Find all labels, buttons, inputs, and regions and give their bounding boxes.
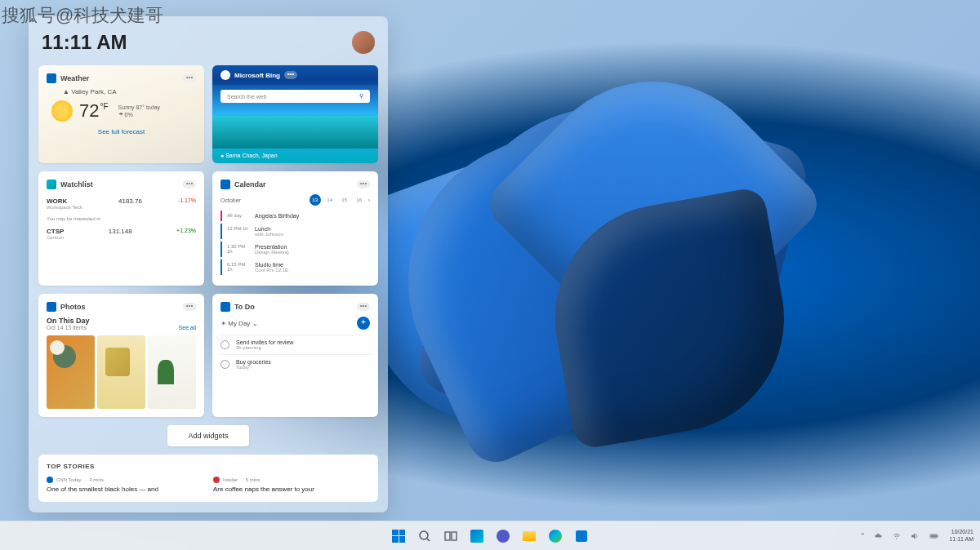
bing-icon xyxy=(220,70,230,80)
calendar-day[interactable]: 16 xyxy=(354,194,365,206)
store-button[interactable] xyxy=(570,525,593,548)
stock-suggestion: You may be interested in xyxy=(47,216,196,221)
weather-location: ▲ Valley Park, CA xyxy=(63,88,196,95)
calendar-day[interactable]: 15 xyxy=(339,194,350,206)
svg-rect-2 xyxy=(445,532,450,540)
svg-line-1 xyxy=(427,539,430,541)
todo-icon xyxy=(220,302,230,312)
checkbox[interactable] xyxy=(220,360,229,369)
more-icon[interactable]: ••• xyxy=(284,71,297,79)
see-all-link[interactable]: See all xyxy=(179,325,196,330)
bing-location: ● Sama Chach, Japan xyxy=(220,153,278,158)
sun-icon xyxy=(51,100,73,122)
search-icon: ⚲ xyxy=(359,93,363,100)
stories-heading: TOP STORIES xyxy=(47,463,370,470)
todo-item[interactable]: Send invites for review3h planning xyxy=(220,335,370,354)
task-view-button[interactable] xyxy=(439,525,462,548)
source-icon xyxy=(47,477,53,483)
chevron-right-icon[interactable]: › xyxy=(368,197,370,203)
news-story[interactable]: Insider · 5 mins Are coffee naps the ans… xyxy=(213,477,370,494)
more-icon[interactable]: ••• xyxy=(357,180,370,189)
more-icon[interactable]: ••• xyxy=(183,180,196,189)
battery-icon[interactable] xyxy=(928,531,941,541)
edge-button[interactable] xyxy=(544,525,567,548)
stocks-icon xyxy=(47,180,56,189)
panel-clock: 11:11 AM xyxy=(42,31,127,54)
svg-rect-7 xyxy=(931,534,938,537)
bing-title: Microsoft Bing xyxy=(234,72,280,79)
more-icon[interactable]: ••• xyxy=(183,303,196,311)
calendar-title: Calendar xyxy=(234,180,353,189)
chat-button[interactable] xyxy=(492,525,514,548)
photo-thumbnail[interactable] xyxy=(97,335,145,409)
widgets-button[interactable] xyxy=(466,525,488,548)
source-icon xyxy=(213,477,220,483)
top-stories-section: TOP STORIES CNN Today · 3 mins One of th… xyxy=(38,455,378,502)
start-button[interactable] xyxy=(387,525,410,548)
weather-title: Weather xyxy=(60,74,179,82)
photos-icon xyxy=(47,302,56,312)
svg-rect-6 xyxy=(938,535,938,537)
taskbar: ⌃ 10/20/21 11:11 AM xyxy=(0,521,980,550)
stock-row[interactable]: CTSPCentron 131.148 +1.23% xyxy=(47,224,196,243)
bing-search-box[interactable]: Search the web ⚲ xyxy=(220,90,370,103)
add-widgets-button[interactable]: Add widgets xyxy=(167,425,249,446)
weather-precip: ☂ 0% xyxy=(118,111,160,118)
stock-row[interactable]: WORKWorkspace Tech 4183.76 -1.17% xyxy=(47,194,196,213)
temperature: 72°F xyxy=(79,100,109,122)
bing-widget[interactable]: Microsoft Bing ••• Search the web ⚲ ● Sa… xyxy=(212,65,378,163)
todo-item[interactable]: Buy groceriesToday xyxy=(220,354,370,374)
volume-icon[interactable] xyxy=(910,531,920,541)
taskbar-clock[interactable]: 10/20/21 11:11 AM xyxy=(949,529,973,543)
watermark-text: 搜狐号@科技犬建哥 xyxy=(2,3,163,28)
weather-icon xyxy=(47,73,56,83)
search-button[interactable] xyxy=(413,525,436,548)
wifi-icon[interactable] xyxy=(892,531,902,541)
onedrive-icon[interactable] xyxy=(874,531,884,541)
calendar-event[interactable]: 1:30 PM 1hPresentationDesign Meeting xyxy=(220,242,370,257)
calendar-icon xyxy=(220,180,230,189)
add-task-button[interactable]: + xyxy=(357,317,370,330)
checkbox[interactable] xyxy=(220,340,229,349)
photo-thumbnail[interactable] xyxy=(148,335,196,409)
widgets-panel: 11:11 AM Weather ••• ▲ Valley Park, CA 7… xyxy=(29,16,388,512)
file-explorer-button[interactable] xyxy=(518,525,541,548)
calendar-event[interactable]: All dayAngela's Birthday xyxy=(220,211,370,221)
stocks-title: Watchlist xyxy=(60,180,179,189)
todo-list-selector[interactable]: ☀ My Day ⌄ xyxy=(220,320,258,327)
calendar-event[interactable]: 12 PM 1hLunchwith Johnson xyxy=(220,224,370,239)
svg-point-4 xyxy=(897,538,898,539)
photos-widget[interactable]: Photos ••• On This Day Oct 14 13 items S… xyxy=(38,294,204,417)
calendar-widget[interactable]: Calendar ••• October 13 14 15 16 › All d… xyxy=(212,171,378,286)
photo-thumbnail[interactable] xyxy=(47,335,95,409)
photos-heading: On This Day xyxy=(47,317,196,325)
more-icon[interactable]: ••• xyxy=(357,303,370,311)
weather-condition: Sunny 87° today xyxy=(118,104,160,111)
todo-title: To Do xyxy=(234,303,353,311)
svg-rect-3 xyxy=(452,532,457,540)
todo-widget[interactable]: To Do ••• ☀ My Day ⌄ + Send invites for … xyxy=(212,294,378,417)
calendar-day[interactable]: 13 xyxy=(310,194,321,206)
calendar-month: October xyxy=(220,197,306,203)
forecast-link[interactable]: See full forecast xyxy=(47,128,196,135)
chevron-up-icon[interactable]: ⌃ xyxy=(860,532,866,539)
calendar-day[interactable]: 14 xyxy=(324,194,336,206)
stocks-widget[interactable]: Watchlist ••• WORKWorkspace Tech 4183.76… xyxy=(38,171,204,286)
news-story[interactable]: CNN Today · 3 mins One of the smallest b… xyxy=(47,477,203,494)
user-avatar[interactable] xyxy=(352,31,375,54)
svg-point-0 xyxy=(420,531,428,539)
more-icon[interactable]: ••• xyxy=(183,74,196,82)
photos-title: Photos xyxy=(60,303,179,311)
weather-widget[interactable]: Weather ••• ▲ Valley Park, CA 72°F Sunny… xyxy=(38,65,204,163)
calendar-event[interactable]: 6:15 PM 1hStudio timeConf Rm 12.1E xyxy=(220,259,370,275)
photos-meta: Oct 14 13 items xyxy=(47,325,87,330)
